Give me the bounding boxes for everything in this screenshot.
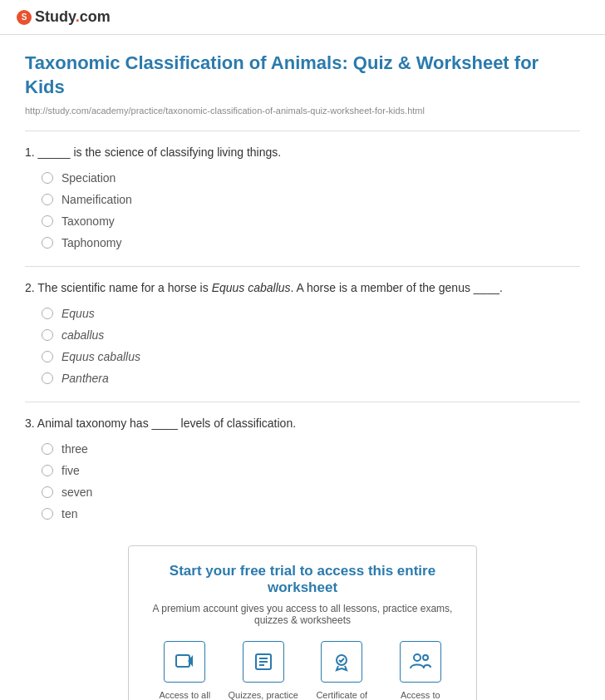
radio-2a[interactable] [42, 308, 53, 319]
video-icon [164, 641, 205, 683]
option-2d-label: Panthera [61, 372, 109, 385]
svg-rect-0 [176, 655, 189, 667]
question-2-options: Equus caballus Equus caballus Panthera [42, 307, 580, 385]
promo-cert-label: Certificate ofcompletion [316, 689, 367, 700]
option-1b[interactable]: Nameification [42, 193, 580, 206]
svg-point-7 [414, 654, 421, 661]
promo-icon-instructors: Access toinstructors [383, 641, 458, 700]
option-1d[interactable]: Taphonomy [42, 236, 580, 249]
radio-1b[interactable] [42, 194, 53, 205]
page-title: Taxonomic Classification of Animals: Qui… [25, 52, 580, 99]
promo-instructors-label: Access toinstructors [399, 689, 441, 700]
option-2c-label: Equus caballus [61, 350, 140, 363]
radio-1a[interactable] [42, 172, 53, 184]
option-2a-label: Equus [61, 307, 95, 320]
radio-1c[interactable] [42, 215, 53, 227]
logo-icon: S [17, 10, 32, 25]
option-1c[interactable]: Taxonomy [42, 214, 580, 228]
option-2b-label: caballus [61, 328, 104, 342]
option-2d[interactable]: Panthera [42, 372, 580, 385]
divider-3 [25, 402, 580, 402]
page-url: http://study.com/academy/practice/taxono… [25, 106, 580, 116]
quizzes-icon [243, 641, 284, 683]
promo-video-label: Access to allvideo lessons [157, 689, 213, 700]
option-2b[interactable]: caballus [42, 328, 580, 342]
question-3: 3. Animal taxonomy has ____ levels of cl… [25, 415, 580, 520]
option-2a[interactable]: Equus [42, 307, 580, 320]
option-3c-label: seven [61, 486, 92, 499]
divider-2 [25, 266, 580, 267]
option-3d-label: ten [61, 507, 77, 520]
main-content: Taxonomic Classification of Animals: Qui… [0, 35, 605, 700]
option-1d-label: Taphonomy [61, 236, 121, 249]
option-1b-label: Nameification [61, 193, 132, 206]
site-logo: Study.com [35, 8, 111, 26]
promo-subtitle: A premium account gives you access to al… [145, 603, 460, 626]
divider-1 [25, 131, 580, 131]
option-3b-label: five [61, 464, 80, 477]
option-3c[interactable]: seven [42, 486, 580, 499]
promo-icons-row: Access to allvideo lessons Quizzes, prac… [145, 641, 460, 700]
radio-3d[interactable] [42, 508, 53, 520]
instructors-icon [400, 641, 441, 683]
promo-icon-quizzes: Quizzes, practiceexams & worksheets [226, 641, 301, 700]
promo-icon-cert: Certificate ofcompletion [304, 641, 379, 700]
question-1-text: 1. _____ is the science of classifying l… [25, 144, 580, 161]
option-1c-label: Taxonomy [61, 214, 115, 228]
question-3-text: 3. Animal taxonomy has ____ levels of cl… [25, 415, 580, 432]
radio-3b[interactable] [42, 465, 53, 476]
question-2: 2. The scientific name for a horse is Eq… [25, 279, 580, 385]
option-2c[interactable]: Equus caballus [42, 350, 580, 363]
question-2-text: 2. The scientific name for a horse is Eq… [25, 279, 580, 297]
question-1: 1. _____ is the science of classifying l… [25, 144, 580, 249]
promo-title: Start your free trial to access this ent… [145, 563, 460, 596]
question-1-options: Speciation Nameification Taxonomy Taphon… [42, 171, 580, 249]
radio-1d[interactable] [42, 237, 53, 249]
radio-2d[interactable] [42, 372, 53, 384]
radio-2b[interactable] [42, 329, 53, 341]
option-3d[interactable]: ten [42, 507, 580, 520]
question-3-options: three five seven ten [42, 442, 580, 520]
radio-2c[interactable] [42, 351, 53, 362]
svg-point-8 [423, 655, 428, 660]
header: S Study.com [0, 0, 605, 35]
promo-box: Start your free trial to access this ent… [128, 545, 477, 700]
radio-3c[interactable] [42, 486, 53, 498]
option-3a-label: three [61, 442, 88, 456]
radio-3a[interactable] [42, 443, 53, 455]
option-1a-label: Speciation [61, 171, 116, 185]
cert-icon [321, 641, 362, 683]
option-1a[interactable]: Speciation [42, 171, 580, 185]
promo-icon-video: Access to allvideo lessons [147, 641, 222, 700]
option-3b[interactable]: five [42, 464, 580, 477]
option-3a[interactable]: three [42, 442, 580, 456]
promo-quizzes-label: Quizzes, practiceexams & worksheets [226, 689, 301, 700]
